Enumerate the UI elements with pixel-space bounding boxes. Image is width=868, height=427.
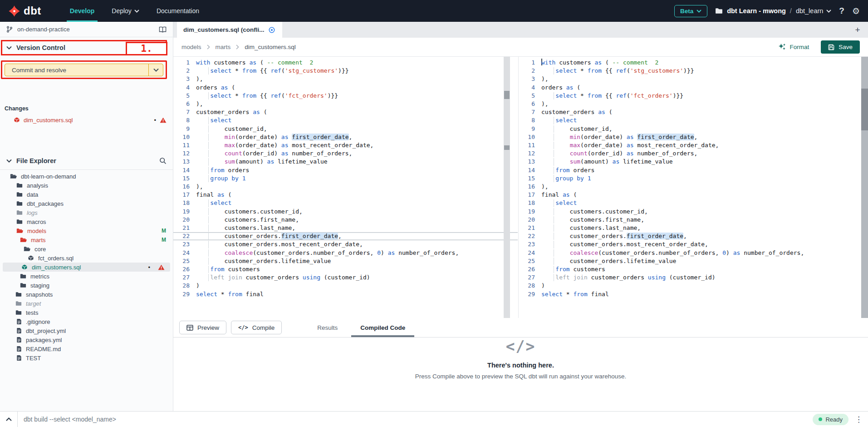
tree-item-logs[interactable]: logs <box>0 208 173 217</box>
project-selector[interactable]: dbt_learn <box>796 7 831 15</box>
code-line-27[interactable]: 27 left join customer_orders using (cust… <box>519 273 868 282</box>
code-line-25[interactable]: 25 customer_orders.lifetime_value <box>519 257 868 265</box>
tree-item-metrics[interactable]: metrics <box>0 272 173 281</box>
code-line-1[interactable]: 1with customers as ( -- comment 2 <box>519 59 868 67</box>
code-editor-right[interactable]: 1with customers as ( -- comment 22 selec… <box>518 57 868 318</box>
code-line-4[interactable]: 4orders as ( <box>173 84 518 92</box>
code-line-28[interactable]: 28) <box>173 282 518 290</box>
save-button[interactable]: Save <box>821 40 860 54</box>
code-line-21[interactable]: 21 customers.last_name, <box>519 224 868 232</box>
code-line-8[interactable]: 8 select <box>173 116 518 124</box>
code-line-6[interactable]: 6), <box>519 100 868 108</box>
tree-item-macros[interactable]: macros <box>0 217 173 226</box>
kebab-menu-icon[interactable]: ⋮ <box>855 415 863 424</box>
code-line-22[interactable]: 22 customer_orders.first_order_date, <box>519 232 868 240</box>
code-line-28[interactable]: 28) <box>519 282 868 290</box>
code-line-17[interactable]: 17final as ( <box>519 191 868 199</box>
code-line-18[interactable]: 18 select <box>173 199 518 207</box>
code-line-26[interactable]: 26 from customers <box>173 265 518 273</box>
code-line-16[interactable]: 16), <box>173 183 518 191</box>
nav-documentation[interactable]: Documentation <box>148 0 208 22</box>
breadcrumb-models[interactable]: models <box>181 44 201 50</box>
code-line-1[interactable]: 1with customers as ( -- comment 2 <box>173 59 518 67</box>
commit-and-resolve-button[interactable]: Commit and resolve <box>5 64 163 76</box>
code-line-20[interactable]: 20 customers.first_name, <box>173 216 518 224</box>
code-line-16[interactable]: 16), <box>519 183 868 191</box>
code-line-13[interactable]: 13 sum(amount) as lifetime_value <box>173 158 518 166</box>
format-button[interactable]: Format <box>778 43 809 51</box>
code-line-23[interactable]: 23 customer_orders.most_recent_order_dat… <box>173 240 518 248</box>
scrollbar-thumb[interactable] <box>861 89 868 130</box>
code-line-18[interactable]: 18 select <box>519 199 868 207</box>
tree-item-dim-customers-sql[interactable]: dim_customers.sql• <box>3 263 170 272</box>
code-line-22[interactable]: 22 customer_orders.first_order_date, <box>173 232 518 240</box>
code-line-29[interactable]: 29select * from final <box>173 290 518 298</box>
code-line-21[interactable]: 21 customers.last_name, <box>173 224 518 232</box>
dbt-logo[interactable]: dbt <box>8 5 41 17</box>
help-icon[interactable]: ? <box>839 6 844 16</box>
right-editor-scrollbar[interactable] <box>861 57 868 318</box>
tree-item-analysis[interactable]: analysis <box>0 181 173 190</box>
modified-dot-icon[interactable] <box>269 27 275 33</box>
code-line-25[interactable]: 25 customer_orders.lifetime_value <box>173 257 518 265</box>
code-line-24[interactable]: 24 coalesce(customer_orders.number_of_or… <box>519 249 868 257</box>
command-input[interactable] <box>18 416 813 423</box>
search-icon[interactable] <box>159 157 167 164</box>
code-line-9[interactable]: 9 customer_id, <box>519 125 868 133</box>
chevron-up-icon[interactable] <box>0 417 17 421</box>
tree-item-dbt-learn-on-demand[interactable]: dbt-learn-on-demand <box>0 172 173 181</box>
code-line-10[interactable]: 10 min(order_date) as first_order_date, <box>173 133 518 141</box>
tree-item-fct-orders-sql[interactable]: fct_orders.sql <box>0 253 173 263</box>
code-line-7[interactable]: 7customer_orders as ( <box>519 108 868 116</box>
file-explorer-header[interactable]: File Explorer <box>0 154 173 167</box>
nav-develop[interactable]: Develop <box>61 0 103 22</box>
code-line-8[interactable]: 8 select <box>519 116 868 124</box>
code-line-19[interactable]: 19 customers.customer_id, <box>173 208 518 216</box>
account-name[interactable]: dbt Learn - mwong <box>727 7 786 15</box>
code-line-9[interactable]: 9 customer_id, <box>173 125 518 133</box>
tree-item-staging[interactable]: staging <box>0 281 173 290</box>
commit-dropdown-caret[interactable] <box>148 64 163 76</box>
code-line-11[interactable]: 11 max(order_date) as most_recent_order_… <box>173 141 518 149</box>
code-line-29[interactable]: 29select * from final <box>519 290 868 298</box>
scrollbar-thumb[interactable] <box>504 91 510 99</box>
tree-item--gitignore[interactable]: .gitignore <box>0 317 173 326</box>
code-line-2[interactable]: 2 select * from {{ ref('stg_customers')}… <box>519 67 868 75</box>
git-branch-row[interactable]: on-demand-practice <box>0 22 173 37</box>
tree-item-dbt-project-yml[interactable]: dbt_project.yml <box>0 326 173 335</box>
code-line-2[interactable]: 2 select * from {{ ref('stg_customers')}… <box>173 67 518 75</box>
changed-file-row[interactable]: dim_customers.sql• <box>0 114 173 125</box>
code-line-12[interactable]: 12 count(order_id) as number_of_orders, <box>173 149 518 158</box>
code-line-10[interactable]: 10 min(order_date) as first_order_date, <box>519 133 868 141</box>
code-line-5[interactable]: 5 select * from {{ ref('fct_orders')}} <box>173 92 518 100</box>
code-line-20[interactable]: 20 customers.first_name, <box>519 216 868 224</box>
tree-item-readme-md[interactable]: README.md <box>0 344 173 353</box>
code-line-15[interactable]: 15 group by 1 <box>173 174 518 183</box>
docs-book-icon[interactable] <box>159 26 167 33</box>
breadcrumb-marts[interactable]: marts <box>216 44 231 50</box>
beta-badge[interactable]: Beta <box>674 5 707 17</box>
code-line-14[interactable]: 14 from orders <box>519 166 868 174</box>
tree-item-models[interactable]: modelsM <box>0 226 173 235</box>
tab-compiled-code[interactable]: Compiled Code <box>351 318 414 337</box>
nav-deploy[interactable]: Deploy <box>103 0 148 22</box>
tree-item-core[interactable]: core <box>0 244 173 253</box>
code-line-26[interactable]: 26 from customers <box>519 265 868 273</box>
code-line-19[interactable]: 19 customers.customer_id, <box>519 208 868 216</box>
code-line-6[interactable]: 6), <box>173 100 518 108</box>
tab-results[interactable]: Results <box>308 318 347 337</box>
code-line-12[interactable]: 12 count(order_id) as number_of_orders, <box>519 149 868 158</box>
code-line-5[interactable]: 5 select * from {{ ref('fct_orders')}} <box>519 92 868 100</box>
compile-button[interactable]: </> Compile <box>231 321 282 334</box>
code-editor-left[interactable]: 1with customers as ( -- comment 22 selec… <box>173 57 518 318</box>
code-line-24[interactable]: 24 coalesce(customer_orders.number_of_or… <box>173 249 518 257</box>
code-line-4[interactable]: 4orders as ( <box>519 84 868 92</box>
settings-gear-icon[interactable]: ⚙ <box>852 6 860 16</box>
code-line-14[interactable]: 14 from orders <box>173 166 518 174</box>
tree-item-snapshots[interactable]: snapshots <box>0 290 173 299</box>
tree-item-dbt-packages[interactable]: dbt_packages <box>0 199 173 208</box>
code-line-11[interactable]: 11 max(order_date) as most_recent_order_… <box>519 141 868 149</box>
code-line-27[interactable]: 27 left join customer_orders using (cust… <box>173 273 518 282</box>
tree-item-tests[interactable]: tests <box>0 308 173 317</box>
tree-item-test[interactable]: TEST <box>0 353 173 362</box>
